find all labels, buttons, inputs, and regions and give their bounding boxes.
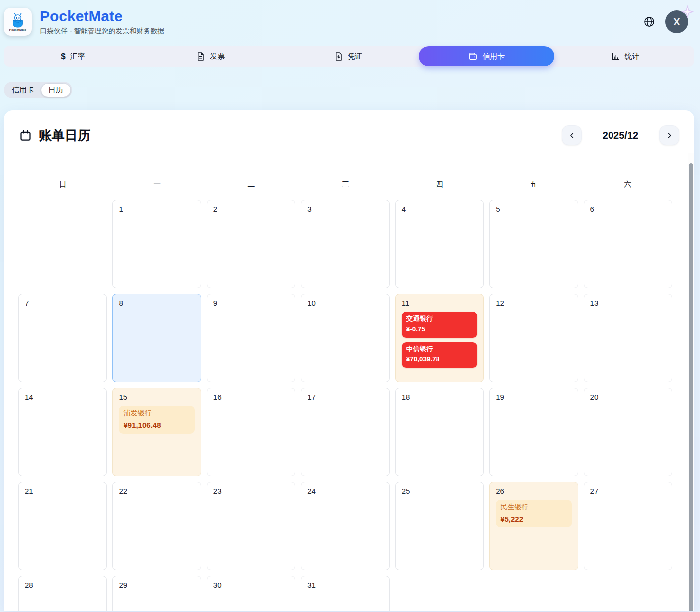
day-cell-29[interactable]: 29 — [112, 576, 201, 611]
chevron-left-icon — [568, 132, 576, 139]
voucher-icon — [334, 52, 343, 61]
credit-card-icon — [468, 52, 478, 61]
day-cell-23[interactable]: 23 — [207, 482, 295, 570]
day-cell-18[interactable]: 18 — [395, 388, 484, 476]
day-cell-16[interactable]: 16 — [207, 388, 295, 476]
tab-label: 统计 — [625, 52, 640, 61]
scrollbar-thumb[interactable] — [689, 163, 693, 611]
day-cell-13[interactable]: 13 — [584, 294, 672, 382]
day-number: 25 — [402, 487, 477, 495]
day-number: 11 — [402, 299, 477, 307]
day-cell-1[interactable]: 1 — [112, 200, 201, 288]
day-cell-6[interactable]: 6 — [584, 200, 672, 288]
bill-bank-name: 中信银行 — [406, 345, 473, 354]
bill-amount: ¥70,039.78 — [406, 355, 473, 364]
tab-voucher[interactable]: 凭证 — [280, 46, 416, 66]
empty-cell — [489, 576, 578, 611]
day-cell-30[interactable]: 30 — [207, 576, 295, 611]
calendar-scrollbar-track[interactable] — [688, 153, 694, 611]
day-cell-14[interactable]: 14 — [18, 388, 107, 476]
day-number: 20 — [590, 393, 666, 401]
calendar-body: 日一二三四五六 1234567891011交通银行¥-0.75中信银行¥70,0… — [4, 177, 694, 611]
day-cell-3[interactable]: 3 — [301, 200, 389, 288]
day-number: 26 — [496, 487, 571, 495]
calendar-title-wrap: 账单日历 — [19, 127, 90, 144]
day-cell-27[interactable]: 27 — [584, 482, 672, 570]
day-cell-15[interactable]: 15浦发银行¥91,106.48 — [112, 388, 201, 476]
day-number: 14 — [25, 393, 100, 401]
day-cell-31[interactable]: 31 — [301, 576, 389, 611]
logo-caption: PocketMate — [9, 28, 26, 31]
prev-month-button[interactable] — [562, 125, 582, 145]
day-number: 12 — [496, 299, 571, 307]
invoice-icon — [196, 52, 205, 61]
tab-label: 汇率 — [70, 52, 85, 61]
day-cell-2[interactable]: 2 — [207, 200, 295, 288]
bill-amount: ¥5,222 — [500, 514, 567, 524]
dollar-icon: $ — [61, 52, 65, 61]
weekday-label: 二 — [207, 177, 295, 192]
day-number: 4 — [402, 205, 477, 213]
day-number: 10 — [307, 299, 383, 307]
day-number: 16 — [213, 393, 289, 401]
tab-credit-card[interactable]: 信用卡 — [419, 46, 554, 66]
page-title: PocketMate — [40, 8, 164, 24]
bill-badge[interactable]: 中信银行¥70,039.78 — [402, 342, 477, 368]
day-cell-4[interactable]: 4 — [395, 200, 484, 288]
sparkle-icon — [681, 5, 694, 19]
language-globe-icon[interactable] — [643, 16, 655, 28]
empty-cell — [18, 200, 107, 288]
day-cell-9[interactable]: 9 — [207, 294, 295, 382]
day-number: 27 — [590, 487, 666, 495]
day-number: 24 — [307, 487, 383, 495]
day-cell-10[interactable]: 10 — [301, 294, 389, 382]
day-number: 9 — [213, 299, 289, 307]
bill-amount: ¥91,106.48 — [123, 420, 190, 430]
subnav-item-credit-card[interactable]: 信用卡 — [5, 83, 41, 97]
weekday-header-row: 日一二三四五六 — [18, 177, 672, 192]
day-cell-19[interactable]: 19 — [489, 388, 578, 476]
day-cell-20[interactable]: 20 — [584, 388, 672, 476]
calendar-grid: 1234567891011交通银行¥-0.75中信银行¥70,039.78121… — [18, 200, 672, 611]
day-cell-17[interactable]: 17 — [301, 388, 389, 476]
day-cell-11[interactable]: 11交通银行¥-0.75中信银行¥70,039.78 — [395, 294, 484, 382]
day-cell-7[interactable]: 7 — [18, 294, 107, 382]
day-cell-25[interactable]: 25 — [395, 482, 484, 570]
day-cell-5[interactable]: 5 — [489, 200, 578, 288]
day-cell-28[interactable]: 28 — [18, 576, 107, 611]
stats-icon — [611, 52, 620, 61]
bill-badge[interactable]: 民生银行¥5,222 — [496, 500, 571, 527]
month-nav: 2025/12 — [562, 125, 679, 145]
day-cell-26[interactable]: 26民生银行¥5,222 — [489, 482, 578, 570]
tab-invoice[interactable]: 发票 — [143, 46, 278, 66]
weekday-label: 日 — [18, 177, 107, 192]
day-number: 23 — [213, 487, 289, 495]
calendar-icon — [19, 129, 32, 142]
day-cell-24[interactable]: 24 — [301, 482, 389, 570]
day-cell-12[interactable]: 12 — [489, 294, 578, 382]
pocketmate-mascot-icon — [9, 13, 27, 28]
day-number: 8 — [119, 299, 194, 307]
day-number: 6 — [590, 205, 666, 213]
tab-label: 凭证 — [348, 52, 362, 61]
tab-statistics[interactable]: 统计 — [557, 46, 693, 66]
day-number: 19 — [496, 393, 571, 401]
day-cell-21[interactable]: 21 — [18, 482, 107, 570]
subnav-item-calendar[interactable]: 日历 — [41, 83, 71, 97]
day-number: 21 — [25, 487, 100, 495]
day-number: 15 — [119, 393, 194, 401]
bill-badge[interactable]: 浦发银行¥91,106.48 — [119, 406, 194, 434]
credit-card-subnav: 信用卡 日历 — [4, 82, 72, 98]
day-number: 5 — [496, 205, 571, 213]
tab-exchange-rate[interactable]: $ 汇率 — [5, 46, 141, 66]
calendar-title: 账单日历 — [39, 127, 90, 144]
weekday-label: 一 — [112, 177, 201, 192]
weekday-label: 四 — [395, 177, 484, 192]
avatar-wrap: X — [665, 10, 688, 33]
day-cell-22[interactable]: 22 — [112, 482, 201, 570]
next-month-button[interactable] — [659, 125, 679, 145]
day-number: 17 — [307, 393, 383, 401]
day-cell-8[interactable]: 8 — [112, 294, 201, 382]
day-number: 29 — [119, 581, 194, 589]
bill-badge[interactable]: 交通银行¥-0.75 — [402, 312, 477, 338]
